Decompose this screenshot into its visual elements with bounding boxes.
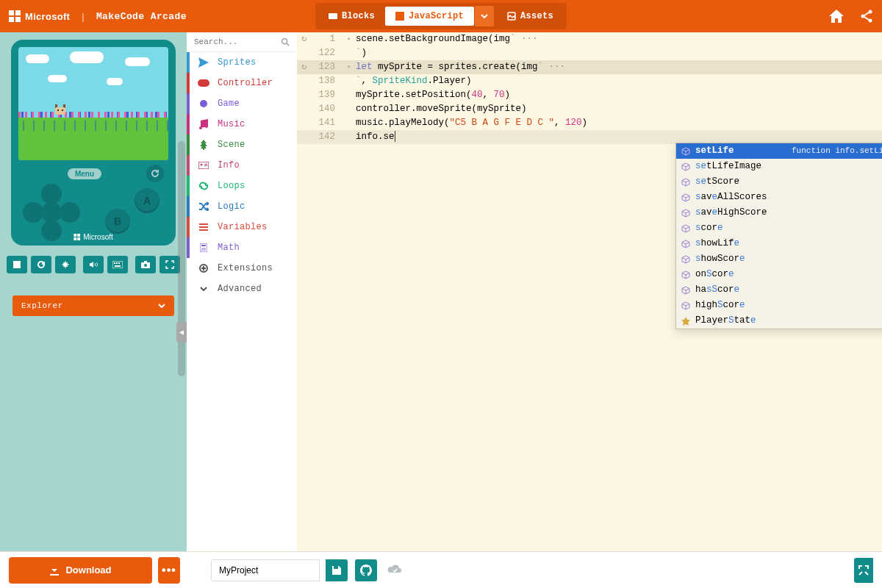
svg-point-39 [201, 249, 203, 251]
svg-rect-35 [201, 245, 206, 246]
mode-assets-button[interactable]: Assets [497, 7, 564, 26]
svg-rect-11 [77, 234, 80, 237]
search-input[interactable] [194, 37, 276, 46]
code-content[interactable]: let mySprite = sprites.create(img` ··· [343, 60, 565, 74]
code-content[interactable]: mySprite.setPosition(40, 70) [343, 88, 510, 102]
project-name-input[interactable] [211, 559, 320, 581]
download-more-button[interactable]: ••• [158, 557, 180, 584]
autocomplete-item[interactable]: showLife [676, 236, 882, 251]
category-controller[interactable]: Controller [187, 73, 297, 93]
autocomplete-item[interactable]: showScore [676, 251, 882, 267]
sim-debug-button[interactable] [55, 256, 76, 273]
svg-rect-14 [13, 261, 21, 268]
svg-rect-10 [74, 234, 76, 237]
category-music[interactable]: Music [187, 114, 297, 135]
autocomplete-item[interactable]: PlayerState [676, 313, 882, 329]
sim-stop-button[interactable] [7, 256, 27, 273]
svg-rect-22 [144, 261, 147, 262]
sim-controls: A B [18, 182, 168, 234]
autocomplete-item[interactable]: setScore [676, 174, 882, 190]
code-line[interactable]: ↻▸1scene.setBackgroundImage(img` ··· [297, 32, 882, 46]
svg-point-23 [144, 264, 147, 267]
sim-fullscreen-button[interactable] [159, 256, 180, 273]
code-line[interactable]: 140controller.moveSprite(mySprite) [297, 102, 882, 116]
share-icon[interactable] [860, 10, 873, 23]
category-logic[interactable]: Logic [187, 196, 297, 217]
code-line[interactable]: 141music.playMelody("C5 B A G F E D C ",… [297, 116, 882, 130]
svg-point-38 [204, 248, 206, 249]
code-line[interactable]: 139mySprite.setPosition(40, 70) [297, 88, 882, 102]
github-button[interactable] [355, 559, 377, 581]
toolbox-search[interactable] [187, 32, 297, 52]
code-content[interactable]: `, SpriteKind.Player) [343, 74, 472, 88]
refresh-icon [151, 169, 159, 178]
method-icon [681, 193, 691, 203]
code-line[interactable]: 122`) [297, 46, 882, 60]
code-line[interactable]: ↻▸123let mySprite = sprites.create(img` … [297, 60, 882, 74]
category-variables[interactable]: Variables [187, 217, 297, 237]
download-icon [49, 565, 60, 576]
category-loops[interactable]: Loops [187, 176, 297, 196]
category-extensions[interactable]: Extensions [187, 258, 297, 279]
code-content[interactable]: controller.moveSprite(mySprite) [343, 102, 527, 116]
mode-blocks-button[interactable]: Blocks [318, 7, 385, 26]
button-a[interactable]: A [135, 188, 159, 213]
paper-plane-icon [197, 57, 210, 68]
svg-point-41 [204, 249, 206, 251]
fold-icon[interactable]: ▸ [348, 32, 351, 46]
expand-icon [858, 565, 869, 576]
dpad[interactable] [24, 185, 79, 240]
category-game[interactable]: Game [187, 93, 297, 114]
code-line[interactable]: 138`, SpriteKind.Player) [297, 74, 882, 88]
category-scene[interactable]: Scene [187, 135, 297, 155]
code-content[interactable]: info.se [343, 130, 395, 144]
autocomplete-item[interactable]: saveAllScores [676, 190, 882, 205]
method-icon [681, 177, 691, 187]
sim-keyboard-button[interactable] [107, 256, 128, 273]
sim-menu-button[interactable]: Menu [68, 168, 101, 179]
sidebar-collapse-handle[interactable]: ◀ [176, 322, 187, 343]
fold-icon[interactable]: ▸ [348, 60, 351, 74]
sim-screenshot-button[interactable] [135, 256, 156, 273]
code-content[interactable]: scene.setBackgroundImage(img` ··· [343, 32, 538, 46]
explorer-toggle[interactable]: Explorer [12, 295, 174, 316]
svg-point-40 [203, 249, 204, 251]
category-info[interactable]: Info [187, 155, 297, 176]
method-icon [681, 285, 691, 295]
autocomplete-item[interactable]: setLifeImage [676, 159, 882, 174]
category-advanced[interactable]: Advanced [187, 279, 297, 299]
category-sprites[interactable]: Sprites [187, 52, 297, 73]
svg-rect-3 [15, 17, 21, 22]
download-button[interactable]: Download [9, 557, 152, 584]
github-icon [360, 564, 372, 576]
save-icon [331, 565, 342, 576]
home-icon[interactable] [829, 10, 844, 23]
method-icon [681, 239, 691, 249]
autocomplete-item[interactable]: onScore [676, 267, 882, 282]
mode-language-dropdown[interactable] [475, 6, 494, 26]
svg-rect-0 [9, 10, 14, 15]
save-button[interactable] [326, 559, 348, 581]
autocomplete-item[interactable]: saveHighScore [676, 205, 882, 220]
editor-fullscreen-button[interactable] [854, 558, 873, 583]
code-content[interactable]: `) [343, 46, 367, 60]
sim-mute-button[interactable] [83, 256, 104, 273]
autocomplete-item[interactable]: highScore [676, 298, 882, 313]
sim-restart-button[interactable] [146, 165, 164, 182]
mode-javascript-button[interactable]: JavaScript [385, 7, 474, 26]
sim-reload-button[interactable] [31, 256, 51, 273]
brand[interactable]: Microsoft | MakeCode Arcade [9, 10, 187, 22]
autocomplete-item[interactable]: score [676, 220, 882, 236]
svg-rect-31 [199, 223, 208, 225]
button-b[interactable]: B [105, 209, 130, 234]
calculator-icon [197, 243, 210, 252]
code-content[interactable]: music.playMelody("C5 B A G F E D C ", 12… [343, 116, 587, 130]
code-editor[interactable]: ↻▸1scene.setBackgroundImage(img` ···122`… [297, 32, 882, 551]
autocomplete-item[interactable]: setLifefunction info.setLife(va… [676, 143, 882, 159]
autocomplete-popup[interactable]: setLifefunction info.setLife(va…setLifeI… [675, 143, 882, 329]
category-math[interactable]: Math [187, 237, 297, 258]
simulator-screen[interactable] [18, 47, 168, 160]
autocomplete-item[interactable]: hasScore [676, 282, 882, 298]
blocks-icon [329, 12, 337, 21]
tree-icon [197, 140, 210, 150]
